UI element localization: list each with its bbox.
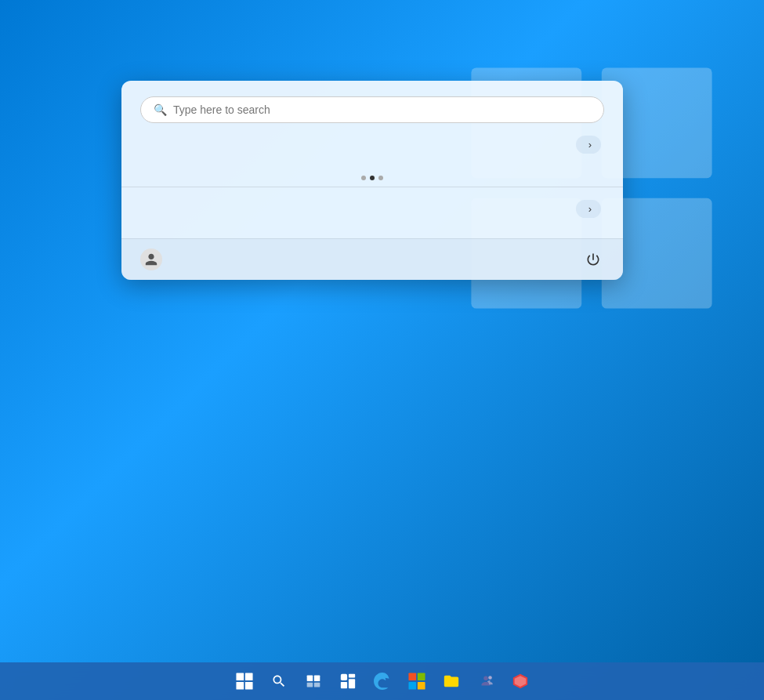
taskbar-search-button[interactable] <box>263 666 295 697</box>
chevron-right-icon: › <box>588 203 592 215</box>
svg-rect-5 <box>244 673 252 680</box>
user-bar <box>121 238 623 280</box>
taskbar-store-button[interactable] <box>401 666 433 697</box>
pinned-header: › <box>121 136 623 161</box>
svg-rect-18 <box>408 682 416 690</box>
taskbar-edge-button[interactable] <box>367 666 398 697</box>
svg-rect-9 <box>313 676 320 682</box>
recommended-section: › <box>121 190 623 238</box>
taskbar-office365-button[interactable] <box>505 666 536 697</box>
svg-rect-11 <box>313 683 320 687</box>
taskbar-widgets-button[interactable] <box>332 666 364 697</box>
svg-rect-4 <box>236 673 244 680</box>
svg-rect-8 <box>306 676 313 682</box>
svg-point-20 <box>483 676 488 681</box>
search-icon: 🔍 <box>154 103 167 116</box>
start-menu: 🔍 › › <box>121 81 623 280</box>
taskbar-explorer-button[interactable] <box>436 666 467 697</box>
chevron-right-icon: › <box>588 139 592 151</box>
svg-rect-19 <box>417 682 425 690</box>
user-info[interactable] <box>140 248 170 270</box>
section-divider <box>121 187 623 187</box>
search-input[interactable] <box>173 103 591 116</box>
svg-rect-6 <box>236 682 244 690</box>
svg-rect-7 <box>244 682 252 690</box>
all-apps-button[interactable]: › <box>576 136 601 154</box>
svg-rect-13 <box>348 674 354 678</box>
svg-rect-15 <box>340 682 346 688</box>
more-button[interactable]: › <box>576 200 601 218</box>
svg-rect-17 <box>417 673 425 680</box>
svg-rect-12 <box>340 674 346 680</box>
taskbar <box>0 662 764 700</box>
svg-rect-16 <box>408 673 416 680</box>
svg-rect-10 <box>306 683 313 687</box>
svg-rect-14 <box>348 679 354 688</box>
taskbar-teams-button[interactable] <box>470 666 501 697</box>
recommended-header: › <box>140 200 604 218</box>
taskbar-start-button[interactable] <box>229 666 260 697</box>
avatar <box>140 248 162 270</box>
svg-point-21 <box>488 676 492 680</box>
search-bar[interactable]: 🔍 <box>140 96 604 123</box>
power-button[interactable] <box>582 248 604 270</box>
taskbar-taskview-button[interactable] <box>298 666 329 697</box>
page-dots <box>361 176 383 180</box>
pinned-grid <box>121 161 623 174</box>
